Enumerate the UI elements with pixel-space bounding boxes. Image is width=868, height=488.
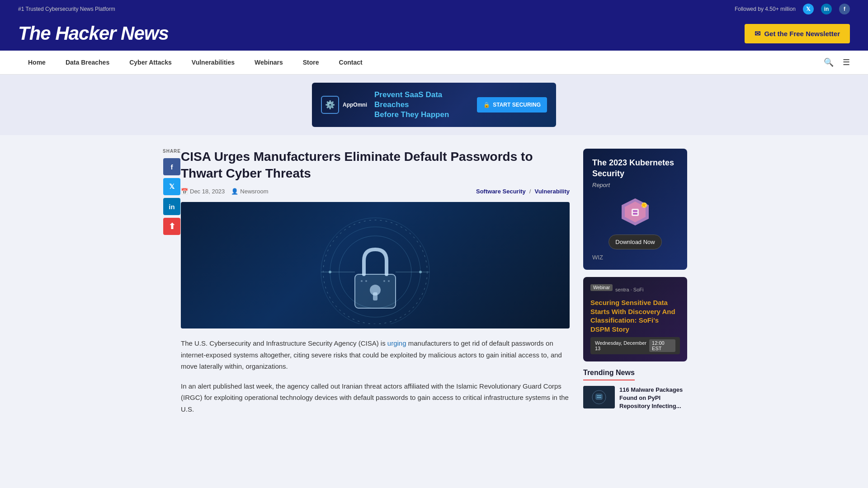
search-icon[interactable]: 🔍: [824, 57, 834, 67]
nav-vulnerabilities[interactable]: Vulnerabilities: [182, 51, 245, 74]
trending-thumb-1: [583, 386, 615, 408]
article-author: 👤 Newsroom: [231, 188, 268, 195]
newsletter-label: Get the Free Newsletter: [764, 30, 840, 38]
trending-item-1-text: 116 Malware Packages Found on PyPI Repos…: [619, 386, 687, 411]
top-bar: #1 Trusted Cybersecurity News Platform F…: [0, 0, 868, 18]
article-hero-image: [181, 202, 570, 328]
svg-point-8: [365, 280, 367, 282]
svg-rect-19: [633, 213, 637, 215]
svg-rect-24: [596, 394, 602, 399]
article-category-2[interactable]: Vulnerability: [534, 188, 570, 195]
trending-thumb-image: [583, 386, 615, 408]
svg-point-14: [419, 271, 422, 273]
share-twitter-button[interactable]: 𝕏: [163, 178, 180, 195]
article-meta-left: 📅 Dec 18, 2023 👤 Newsroom: [181, 188, 268, 195]
webinar-time: 12:00 EST: [649, 339, 675, 352]
svg-rect-26: [597, 397, 601, 398]
share-sidebar: SHARE f 𝕏 in ⬆: [163, 149, 181, 235]
sidebar-ad-webinar[interactable]: Webinar sentra · SoFi Securing Sensitive…: [583, 277, 687, 361]
svg-point-10: [388, 280, 390, 282]
menu-icon[interactable]: ☰: [843, 57, 850, 67]
share-other-button[interactable]: ⬆: [163, 218, 180, 235]
article-category-1[interactable]: Software Security: [476, 188, 526, 195]
sidebar-ad1-subtitle: Report: [592, 182, 678, 188]
sidebar-ad2-title: Securing Sensitive Data Starts With Disc…: [590, 298, 680, 333]
nav-icons: 🔍 ☰: [824, 57, 850, 67]
share-linkedin-button[interactable]: in: [163, 198, 180, 215]
nav-store[interactable]: Store: [293, 51, 329, 74]
article-body: The U.S. Cybersecurity and Infrastructur…: [181, 338, 570, 415]
linkedin-social-icon[interactable]: in: [821, 4, 832, 14]
article-date: 📅 Dec 18, 2023: [181, 188, 225, 195]
lock-ad-icon: 🔒: [483, 102, 490, 108]
svg-point-13: [329, 271, 331, 273]
ad-headline-part2: Before They Happen: [374, 110, 449, 119]
nav-cyber-attacks[interactable]: Cyber Attacks: [119, 51, 182, 74]
nav-links: Home Data Breaches Cyber Attacks Vulnera…: [18, 51, 824, 74]
share-label: SHARE: [163, 149, 181, 154]
nav-home[interactable]: Home: [18, 51, 56, 74]
trending-news-section: Trending News 116 Malware Packages Found…: [583, 369, 687, 411]
tagline: #1 Trusted Cybersecurity News Platform: [18, 6, 115, 12]
article-author-text: Newsroom: [240, 188, 268, 195]
site-header: The Hacker News ✉ Get the Free Newslette…: [0, 18, 868, 51]
sidebar-ad1-brand: WIZ: [592, 254, 678, 261]
ad-headline: Prevent SaaS Data Breaches Before They H…: [374, 90, 470, 120]
wiz-graphic: [592, 194, 678, 230]
appomni-logo-text: AppOmni: [343, 102, 367, 108]
svg-point-9: [383, 280, 385, 282]
facebook-social-icon[interactable]: f: [839, 4, 850, 14]
article-paragraph-1: The U.S. Cybersecurity and Infrastructur…: [181, 338, 570, 372]
webinar-date: Wednesday, December 13: [595, 340, 646, 351]
ad-banner-wrapper: ⚙️ AppOmni Prevent SaaS Data Breaches Be…: [0, 75, 868, 135]
sidebar-ad2-date: Wednesday, December 13 12:00 EST: [590, 337, 680, 354]
svg-point-7: [361, 280, 363, 282]
author-icon: 👤: [231, 188, 238, 195]
ad-cta-button[interactable]: 🔒 START SECURING: [477, 97, 547, 113]
newsletter-button[interactable]: ✉ Get the Free Newsletter: [745, 24, 850, 43]
kubernetes-graphic: [617, 196, 653, 228]
category-separator: /: [529, 188, 531, 195]
followers-text: Followed by 4.50+ million: [735, 6, 796, 12]
svg-rect-25: [597, 395, 601, 396]
main-nav: Home Data Breaches Cyber Attacks Vulnera…: [0, 51, 868, 75]
sidebar: The 2023 Kubernetes Security Report Down…: [583, 149, 687, 423]
nav-contact[interactable]: Contact: [329, 51, 373, 74]
article-title: CISA Urges Manufacturers Eliminate Defau…: [181, 149, 570, 182]
site-title[interactable]: The Hacker News: [18, 23, 169, 44]
share-facebook-button[interactable]: f: [163, 158, 180, 175]
webinar-badge: Webinar: [590, 284, 613, 291]
ad-logo: ⚙️ AppOmni: [321, 96, 367, 114]
article-date-text: Dec 18, 2023: [190, 188, 225, 195]
article-meta: 📅 Dec 18, 2023 👤 Newsroom Software Secur…: [181, 188, 570, 195]
twitter-social-icon[interactable]: 𝕏: [803, 4, 814, 14]
appomni-logo-icon: ⚙️: [321, 96, 339, 114]
svg-rect-6: [373, 292, 377, 300]
envelope-icon: ✉: [755, 29, 760, 38]
top-bar-right: Followed by 4.50+ million 𝕏 in f: [735, 4, 850, 14]
svg-rect-17: [632, 209, 639, 216]
sidebar-ad-kubernetes[interactable]: The 2023 Kubernetes Security Report Down…: [583, 149, 687, 270]
trending-item-1[interactable]: 116 Malware Packages Found on PyPI Repos…: [583, 386, 687, 411]
ad-headline-part1: Prevent: [374, 90, 405, 99]
sidebar-ad1-title: The 2023 Kubernetes Security: [592, 158, 678, 179]
article-paragraph-2: In an alert published last week, the age…: [181, 380, 570, 415]
article-categories: Software Security / Vulnerability: [476, 188, 570, 195]
svg-rect-18: [633, 210, 637, 212]
webinar-logos: sentra · SoFi: [615, 287, 643, 292]
ad-banner[interactable]: ⚙️ AppOmni Prevent SaaS Data Breaches Be…: [312, 83, 556, 127]
sidebar-ad1-cta[interactable]: Download Now: [609, 235, 661, 249]
ad-cta-label: START SECURING: [493, 102, 541, 108]
nav-data-breaches[interactable]: Data Breaches: [56, 51, 119, 74]
nav-webinars[interactable]: Webinars: [245, 51, 293, 74]
lock-illustration: [303, 206, 448, 324]
trending-news-title: Trending News: [583, 369, 635, 380]
calendar-icon: 📅: [181, 188, 188, 195]
urging-link[interactable]: urging: [387, 339, 406, 347]
main-container: SHARE f 𝕏 in ⬆ CISA Urges Manufacturers …: [163, 135, 705, 436]
article-section: CISA Urges Manufacturers Eliminate Defau…: [181, 149, 570, 423]
